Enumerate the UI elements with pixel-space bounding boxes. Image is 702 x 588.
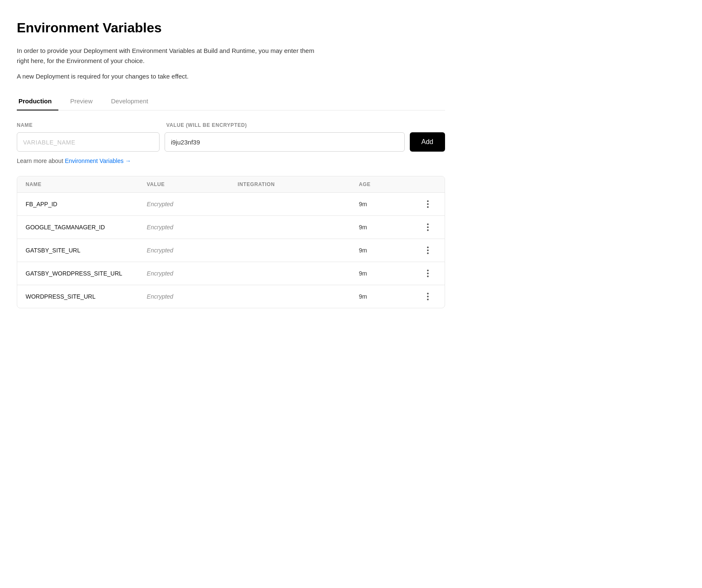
deployment-notice: A new Deployment is required for your ch… [17, 73, 445, 80]
row-value-2: Encrypted [147, 247, 238, 254]
header-value: VALUE [147, 181, 238, 187]
table-row: GOOGLE_TAGMANAGER_ID Encrypted 9m [17, 216, 445, 239]
row-menu-button-1[interactable] [419, 223, 436, 231]
row-age-3: 9m [359, 270, 419, 277]
row-menu-button-4[interactable] [419, 293, 436, 300]
learn-more-section: Learn more about Environment Variables → [17, 158, 445, 164]
table-header: NAME VALUE INTEGRATION AGE [17, 176, 445, 193]
table-body: FB_APP_ID Encrypted 9m GOOGLE_TAGMANAGER… [17, 193, 445, 308]
row-name-3: GATSBY_WORDPRESS_SITE_URL [26, 270, 147, 277]
table-row: WORDPRESS_SITE_URL Encrypted 9m [17, 285, 445, 308]
row-name-1: GOOGLE_TAGMANAGER_ID [26, 224, 147, 231]
kebab-menu-icon-1 [427, 223, 429, 231]
row-value-1: Encrypted [147, 224, 238, 231]
row-menu-button-3[interactable] [419, 270, 436, 277]
header-actions [419, 181, 436, 187]
kebab-menu-icon-3 [427, 270, 429, 277]
row-value-0: Encrypted [147, 201, 238, 207]
kebab-menu-icon-2 [427, 247, 429, 254]
row-age-0: 9m [359, 201, 419, 207]
row-menu-button-0[interactable] [419, 200, 436, 208]
table-row: FB_APP_ID Encrypted 9m [17, 193, 445, 216]
variable-name-input[interactable] [17, 132, 160, 152]
name-column-label: NAME [17, 122, 160, 128]
page-title: Environment Variables [17, 20, 445, 36]
add-variable-form: Add [17, 132, 445, 152]
table-row: GATSBY_SITE_URL Encrypted 9m [17, 239, 445, 262]
env-variables-table: NAME VALUE INTEGRATION AGE FB_APP_ID Enc… [17, 176, 445, 308]
value-column-label: VALUE (WILL BE ENCRYPTED) [166, 122, 445, 128]
row-value-3: Encrypted [147, 270, 238, 277]
row-age-4: 9m [359, 293, 419, 300]
page-description: In order to provide your Deployment with… [17, 46, 327, 66]
kebab-menu-icon-0 [427, 200, 429, 208]
environment-tabs: Production Preview Development [17, 93, 445, 110]
learn-more-prefix: Learn more about [17, 158, 65, 164]
tab-development[interactable]: Development [110, 93, 155, 110]
row-name-2: GATSBY_SITE_URL [26, 247, 147, 254]
row-name-4: WORDPRESS_SITE_URL [26, 293, 147, 300]
row-menu-button-2[interactable] [419, 247, 436, 254]
learn-more-link[interactable]: Environment Variables → [65, 158, 131, 164]
kebab-menu-icon-4 [427, 293, 429, 300]
header-age: AGE [359, 181, 419, 187]
header-integration: INTEGRATION [238, 181, 359, 187]
row-name-0: FB_APP_ID [26, 201, 147, 207]
tab-preview[interactable]: Preview [68, 93, 99, 110]
header-name: NAME [26, 181, 147, 187]
row-age-2: 9m [359, 247, 419, 254]
variable-value-input[interactable] [165, 132, 405, 152]
table-row: GATSBY_WORDPRESS_SITE_URL Encrypted 9m [17, 262, 445, 285]
add-variable-button[interactable]: Add [410, 132, 445, 152]
row-value-4: Encrypted [147, 293, 238, 300]
tab-production[interactable]: Production [17, 93, 58, 110]
row-age-1: 9m [359, 224, 419, 231]
form-labels: NAME VALUE (WILL BE ENCRYPTED) [17, 122, 445, 128]
